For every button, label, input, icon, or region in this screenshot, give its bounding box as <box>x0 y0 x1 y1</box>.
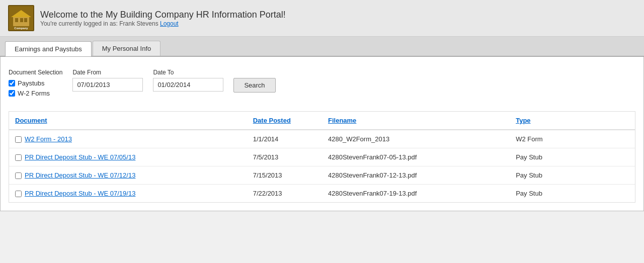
filter-area: Document Selection Paystubs W-2 Forms Da… <box>9 65 635 101</box>
cell-filename: 4280_W2Form_2013 <box>322 130 510 148</box>
w2forms-checkbox[interactable] <box>9 90 15 97</box>
logo: Company <box>8 5 34 31</box>
cell-type: W2 Form <box>510 130 635 148</box>
svg-rect-4 <box>24 18 27 22</box>
cell-filename: 4280StevenFrank07-05-13.pdf <box>322 148 510 166</box>
svg-rect-2 <box>15 18 18 22</box>
document-selection-group: Document Selection Paystubs W-2 Forms <box>9 69 62 97</box>
cell-date-posted: 7/22/2013 <box>247 185 322 203</box>
login-status: You're currently logged in as: Frank Ste… <box>40 20 286 27</box>
document-link[interactable]: W2 Form - 2013 <box>25 135 72 143</box>
date-to-group: Date To <box>153 69 223 92</box>
cell-filename: 4280StevenFrank07-12-13.pdf <box>322 166 510 185</box>
header: Company Welcome to the My Building Compa… <box>0 0 644 37</box>
tab-personal-info[interactable]: My Personal Info <box>93 41 161 56</box>
main-content: Document Selection Paystubs W-2 Forms Da… <box>0 57 644 211</box>
header-text: Welcome to the My Building Company HR In… <box>40 10 286 27</box>
cell-type: Pay Stub <box>510 148 635 166</box>
paystubs-checkbox-row: Paystubs <box>9 79 62 87</box>
date-from-input[interactable] <box>72 78 143 92</box>
cell-date-posted: 1/1/2014 <box>247 130 322 148</box>
paystubs-checkbox[interactable] <box>9 80 15 86</box>
col-header-filename: Filename <box>322 112 510 130</box>
document-link[interactable]: PR Direct Deposit Stub - WE 07/19/13 <box>25 190 135 197</box>
w2forms-label: W-2 Forms <box>18 90 50 97</box>
cell-date-posted: 7/5/2013 <box>247 148 322 166</box>
document-link[interactable]: PR Direct Deposit Stub - WE 07/12/13 <box>25 171 135 179</box>
cell-type: Pay Stub <box>510 185 635 203</box>
cell-filename: 4280StevenFrank07-19-13.pdf <box>322 185 510 203</box>
cell-date-posted: 7/15/2013 <box>247 166 322 185</box>
col-header-document-link[interactable]: Document <box>15 117 47 124</box>
col-header-date-posted: Date Posted <box>247 112 322 130</box>
row-checkbox[interactable] <box>15 191 22 197</box>
table-row: PR Direct Deposit Stub - WE 07/12/137/15… <box>9 166 635 185</box>
logout-link[interactable]: Logout <box>160 20 179 27</box>
col-header-filename-link[interactable]: Filename <box>328 117 356 124</box>
results-table-container: Document Date Posted Filename Type W2 Fo… <box>9 111 635 203</box>
col-header-type: Type <box>510 112 635 130</box>
table-row: W2 Form - 20131/1/20144280_W2Form_2013W2… <box>9 130 635 148</box>
cell-type: Pay Stub <box>510 166 635 185</box>
cell-document: PR Direct Deposit Stub - WE 07/05/13 <box>9 148 247 166</box>
row-checkbox[interactable] <box>15 136 22 143</box>
paystubs-label: Paystubs <box>18 79 44 87</box>
date-to-input[interactable] <box>153 78 223 92</box>
document-link[interactable]: PR Direct Deposit Stub - WE 07/05/13 <box>25 153 135 161</box>
table-header-row: Document Date Posted Filename Type <box>9 112 635 130</box>
tabs-bar: Earnings and Paystubs My Personal Info <box>0 37 644 57</box>
results-table: Document Date Posted Filename Type W2 Fo… <box>9 112 635 202</box>
search-button[interactable]: Search <box>233 78 275 93</box>
header-title: Welcome to the My Building Company HR In… <box>40 10 286 20</box>
date-from-label: Date From <box>72 69 143 76</box>
svg-rect-3 <box>20 18 23 22</box>
w2forms-checkbox-row: W-2 Forms <box>9 90 62 97</box>
col-header-document: Document <box>9 112 247 130</box>
date-to-label: Date To <box>153 69 223 76</box>
cell-document: PR Direct Deposit Stub - WE 07/19/13 <box>9 185 247 203</box>
col-header-date-posted-link[interactable]: Date Posted <box>253 117 291 124</box>
col-header-type-link[interactable]: Type <box>516 117 530 124</box>
table-row: PR Direct Deposit Stub - WE 07/19/137/22… <box>9 185 635 203</box>
document-selection-label: Document Selection <box>9 69 62 76</box>
table-row: PR Direct Deposit Stub - WE 07/05/137/5/… <box>9 148 635 166</box>
svg-text:Company: Company <box>14 27 28 30</box>
cell-document: W2 Form - 2013 <box>9 130 247 148</box>
row-checkbox[interactable] <box>15 154 22 161</box>
date-from-group: Date From <box>72 69 143 92</box>
tab-earnings[interactable]: Earnings and Paystubs <box>5 41 92 56</box>
cell-document: PR Direct Deposit Stub - WE 07/12/13 <box>9 166 247 185</box>
table-body: W2 Form - 20131/1/20144280_W2Form_2013W2… <box>9 130 635 202</box>
row-checkbox[interactable] <box>15 172 22 179</box>
